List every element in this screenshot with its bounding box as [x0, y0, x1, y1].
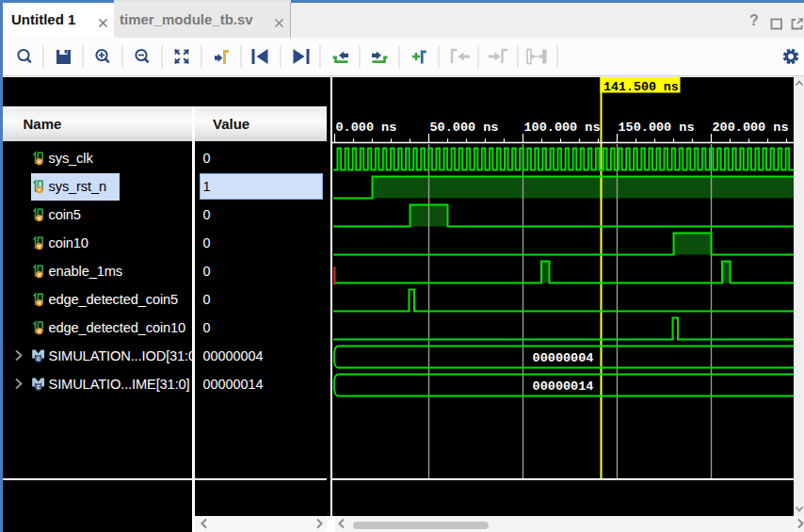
svg-text:141.500 ns: 141.500 ns: [603, 80, 679, 94]
svg-text:100.000 ns: 100.000 ns: [524, 121, 601, 135]
svg-text:00000004: 00000004: [533, 351, 594, 365]
svg-text:00000014: 00000014: [533, 379, 594, 394]
svg-text:200.000 ns: 200.000 ns: [713, 121, 789, 135]
svg-text:c: c: [37, 383, 40, 390]
svg-text:50.000 ns: 50.000 ns: [430, 121, 499, 135]
svg-text:0.000 ns: 0.000 ns: [336, 121, 397, 135]
svg-text:c: c: [37, 355, 40, 362]
svg-text:150.000 ns: 150.000 ns: [619, 121, 695, 135]
